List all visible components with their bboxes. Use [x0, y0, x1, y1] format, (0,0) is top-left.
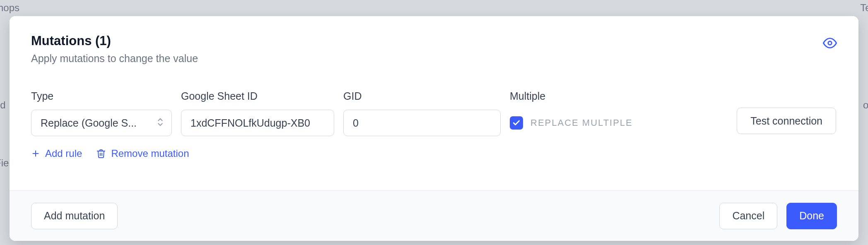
type-select[interactable]: Replace (Google S... — [31, 110, 172, 136]
bg-text: ld — [0, 99, 6, 111]
multiple-checkbox[interactable] — [510, 116, 523, 130]
svg-point-0 — [828, 41, 832, 45]
multiple-label: Multiple — [510, 90, 633, 102]
gid-field: GID — [343, 90, 501, 136]
fields-row: Type Replace (Google S... Google Sheet I… — [31, 90, 837, 136]
gid-input[interactable] — [343, 110, 501, 136]
test-connection-button[interactable]: Test connection — [737, 108, 836, 134]
multiple-checkbox-label: REPLACE MULTIPLE — [530, 118, 633, 128]
eye-icon[interactable] — [823, 36, 837, 52]
multiple-field: Multiple REPLACE MULTIPLE — [510, 90, 633, 136]
test-connection-field: Test connection — [642, 90, 837, 134]
type-label: Type — [31, 90, 172, 102]
remove-mutation-label: Remove mutation — [111, 148, 189, 159]
plus-icon — [31, 149, 40, 158]
done-button[interactable]: Done — [786, 203, 837, 229]
modal-title: Mutations (1) — [31, 34, 198, 48]
bg-text: Tea — [860, 2, 868, 14]
header-text: Mutations (1) Apply mutations to change … — [31, 34, 198, 65]
modal-footer: Add mutation Cancel Done — [10, 190, 858, 241]
modal-body: Mutations (1) Apply mutations to change … — [10, 16, 858, 190]
type-field: Type Replace (Google S... — [31, 90, 172, 136]
row-actions: Add rule Remove mutation — [31, 148, 837, 159]
modal-header: Mutations (1) Apply mutations to change … — [31, 34, 837, 65]
sheet-id-label: Google Sheet ID — [181, 90, 334, 102]
footer-right: Cancel Done — [719, 203, 837, 229]
sheet-id-field: Google Sheet ID — [181, 90, 334, 136]
type-select-value: Replace (Google S... — [31, 110, 172, 136]
trash-icon — [96, 149, 106, 159]
remove-mutation-link[interactable]: Remove mutation — [96, 148, 189, 159]
add-rule-link[interactable]: Add rule — [31, 148, 82, 159]
gid-label: GID — [343, 90, 501, 102]
modal-subtitle: Apply mutations to change the value — [31, 53, 198, 65]
add-rule-label: Add rule — [45, 148, 82, 159]
add-mutation-button[interactable]: Add mutation — [31, 203, 118, 229]
multiple-control: REPLACE MULTIPLE — [510, 110, 633, 136]
bg-text: oin — [863, 99, 868, 111]
cancel-button[interactable]: Cancel — [719, 203, 777, 229]
sheet-id-input[interactable] — [181, 110, 334, 136]
mutations-modal: Mutations (1) Apply mutations to change … — [10, 16, 858, 241]
bg-text: Fie — [0, 157, 9, 169]
bg-text: hops — [0, 2, 19, 14]
